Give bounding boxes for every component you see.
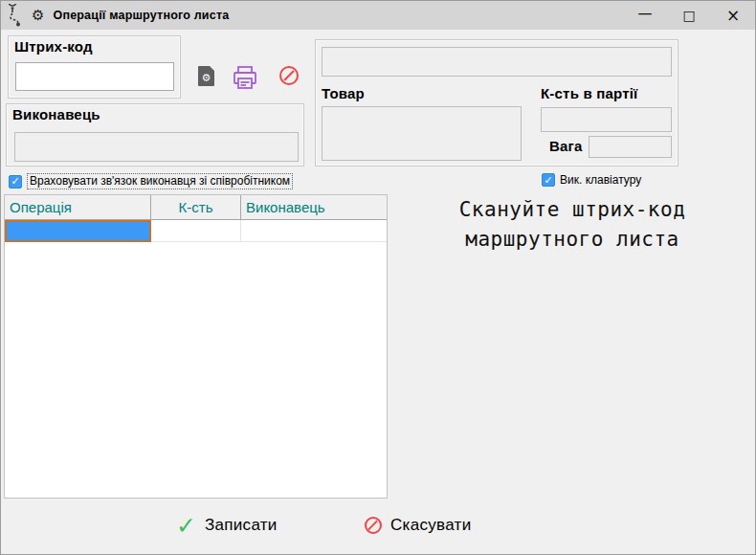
executor-group: Виконавець — [6, 103, 304, 166]
batch-qty-field[interactable] — [541, 107, 672, 132]
maximize-button[interactable]: □ — [667, 1, 711, 30]
link-executor-checkbox[interactable]: ✓ Враховувати зв'язок виконавця зі співр… — [9, 173, 293, 189]
cancel-button-label: Скасувати — [390, 516, 471, 535]
column-header-quantity[interactable]: К-сть — [151, 195, 241, 220]
titlebar: ⚙ Операції маршрутного листа — □ × — [1, 1, 755, 30]
selected-cell[interactable] — [5, 220, 151, 242]
scan-instruction: Скануйте штрих-код маршрутного листа — [388, 195, 756, 255]
column-header-operation[interactable]: Операція — [5, 195, 151, 220]
gear-icon: ⚙ — [32, 9, 44, 23]
checkbox-checked-icon[interactable]: ✓ — [9, 175, 22, 189]
print-button[interactable] — [232, 64, 258, 92]
barcode-group: Штрих-код — [8, 35, 181, 99]
executor-input[interactable] — [14, 132, 299, 162]
scanned-sheet-field[interactable] — [322, 47, 672, 77]
table-row[interactable] — [5, 220, 387, 242]
import-document-button[interactable]: ⚙ — [198, 66, 214, 86]
cancel-button[interactable]: Скасувати — [365, 512, 471, 539]
route-icon — [7, 4, 28, 27]
scan-instruction-line2: маршрутного листа — [388, 225, 756, 255]
table-cell[interactable] — [151, 220, 241, 242]
barcode-input[interactable] — [15, 62, 174, 91]
scan-instruction-line1: Скануйте штрих-код — [388, 195, 756, 225]
link-executor-checkbox-label: Враховувати зв'язок виконавця зі співроб… — [27, 173, 293, 189]
save-button[interactable]: ✓ Записати — [176, 512, 278, 539]
window-title: Операції маршрутного листа — [53, 9, 229, 22]
batch-qty-label: К-сть в партії — [541, 85, 638, 101]
clear-barcode-button[interactable] — [279, 66, 299, 85]
detail-group: Товар К-сть в партії Вага — [315, 39, 678, 166]
weight-field[interactable] — [589, 136, 672, 158]
close-button[interactable]: × — [711, 1, 755, 30]
product-field[interactable] — [322, 106, 522, 161]
operations-table-header: Операція К-сть Виконавець — [5, 195, 387, 220]
app-window: ⚙ Операції маршрутного листа — □ × Штрих… — [0, 0, 756, 555]
use-keyboard-checkbox-label: Вик. клавіатуру — [560, 173, 641, 187]
use-keyboard-checkbox[interactable]: ✓ Вик. клавіатуру — [542, 173, 641, 187]
column-header-executor[interactable]: Виконавець — [241, 195, 387, 220]
barcode-group-label: Штрих-код — [14, 38, 93, 55]
operations-table: Операція К-сть Виконавець — [4, 194, 388, 499]
weight-label: Вага — [549, 138, 583, 154]
table-cell[interactable] — [241, 220, 387, 242]
minimize-button[interactable]: — — [623, 1, 667, 30]
product-label: Товар — [322, 85, 365, 101]
executor-group-label: Виконавець — [12, 106, 100, 122]
save-check-icon: ✓ — [176, 514, 196, 538]
checkbox-checked-icon[interactable]: ✓ — [542, 173, 555, 187]
document-gear-icon: ⚙ — [202, 73, 211, 83]
cancel-icon — [365, 517, 382, 534]
save-button-label: Записати — [205, 516, 278, 535]
